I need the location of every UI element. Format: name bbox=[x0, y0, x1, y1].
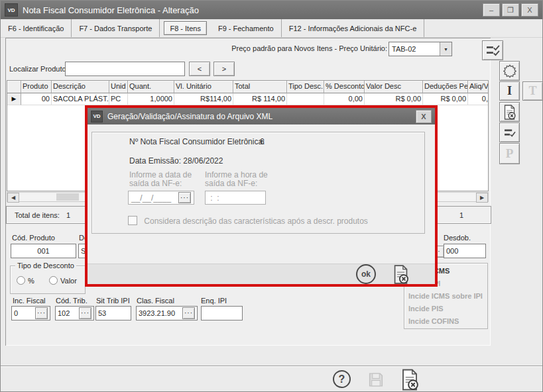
cod-produto-input[interactable]: 001 bbox=[11, 244, 76, 258]
col-produto[interactable]: Produto bbox=[21, 81, 52, 93]
saida-time-caption: Informe a hora de saída da NF-e: bbox=[205, 171, 273, 188]
application-window: VD Nota Fiscal Consumidor Eletrônica - A… bbox=[0, 0, 543, 392]
seal-button[interactable] bbox=[499, 61, 520, 81]
cancel-document-button[interactable] bbox=[499, 102, 520, 122]
chevron-down-icon[interactable]: ▼ bbox=[440, 42, 452, 56]
saida-date-mask: __/__/____ bbox=[131, 193, 178, 203]
t-button-disabled[interactable]: T bbox=[522, 81, 543, 101]
sit-trib-ipi-value: 53 bbox=[98, 309, 106, 317]
clas-fiscal-label: Clas. Fiscal bbox=[137, 297, 174, 305]
flag-incide-icms-sobre-ipi: Incide ICMS sobre IPI bbox=[404, 290, 487, 303]
col-tipo-desc[interactable]: Tipo Desc. bbox=[287, 81, 324, 93]
price-table-select[interactable]: TAB-02 ▼ bbox=[389, 42, 452, 56]
col-deducoes[interactable]: Deduções Pe bbox=[423, 81, 468, 93]
prev-item-button[interactable]: < bbox=[189, 62, 210, 76]
inc-fiscal-browse-button[interactable]: ··· bbox=[35, 307, 48, 319]
dialog-cancel-button[interactable] bbox=[392, 265, 410, 285]
row-selector-icon: ▶ bbox=[7, 93, 21, 105]
inc-fiscal-label: Inc. Fiscal bbox=[13, 297, 46, 305]
cancel-note-button[interactable] bbox=[400, 369, 420, 392]
table-row[interactable]: ▶ 00 SACOLA PLÁST. PC 1,0000 R$114,00 R$… bbox=[7, 93, 488, 105]
tab-f7-dados-transporte[interactable]: F7 - Dados Transporte bbox=[72, 19, 160, 37]
price-table-value: TAB-02 bbox=[389, 45, 440, 53]
lines-check-icon bbox=[503, 127, 516, 138]
saida-date-input[interactable]: __/__/____ ··· bbox=[128, 191, 194, 205]
p-button-disabled[interactable]: P bbox=[499, 143, 520, 164]
question-mark-icon: ? bbox=[339, 373, 345, 385]
flag-incide-cofins: Incide COFINS bbox=[404, 315, 487, 328]
italic-i-button[interactable]: I bbox=[499, 81, 520, 101]
col-selector bbox=[7, 81, 21, 93]
col-valor-desc[interactable]: Valor Desc bbox=[365, 81, 423, 93]
document-x-icon bbox=[503, 105, 516, 120]
validate-items-button[interactable] bbox=[482, 40, 503, 60]
enq-ipi-label: Enq. IPI bbox=[201, 297, 227, 305]
tipo-desconto-group: Tipo de Desconto % Valor bbox=[10, 266, 86, 294]
dialog-title: Geração/Validação/Assinatura do Arquivo … bbox=[107, 112, 414, 121]
tab-f6-identificacao[interactable]: F6 - Identificação bbox=[1, 19, 72, 37]
minimize-button[interactable]: – bbox=[483, 3, 500, 17]
radio-percent[interactable]: % bbox=[17, 276, 34, 285]
checklist-icon bbox=[485, 44, 500, 56]
cell-descricao: SACOLA PLÁST. bbox=[52, 93, 109, 105]
localizar-produto-label: Localizar Produto bbox=[9, 65, 66, 73]
tab-f9-fechamento[interactable]: F9 - Fechamento bbox=[211, 19, 282, 37]
scroll-right-icon[interactable]: ▶ bbox=[476, 193, 488, 203]
footer-bar: ? bbox=[1, 366, 542, 392]
scroll-left-icon[interactable]: ◀ bbox=[7, 193, 19, 203]
desdob-input[interactable]: 000 bbox=[444, 244, 486, 258]
confirm-list-button[interactable] bbox=[499, 122, 520, 142]
cell-aliq-val-ip: 0,00% bbox=[468, 93, 489, 105]
ok-button-label: ok bbox=[361, 270, 371, 279]
clas-fiscal-browse-button[interactable]: ··· bbox=[182, 307, 195, 319]
cod-produto-value: 001 bbox=[37, 247, 49, 255]
enq-ipi-input[interactable] bbox=[201, 306, 243, 320]
sit-trib-ipi-input[interactable]: 53 bbox=[95, 306, 131, 320]
col-descricao[interactable]: Descrição bbox=[52, 81, 109, 93]
clas-fiscal-input[interactable]: 3923.21.90 ··· bbox=[136, 306, 198, 320]
col-quant[interactable]: Quant. bbox=[128, 81, 174, 93]
close-button[interactable]: X bbox=[521, 3, 538, 17]
dialog-button-bar: ok bbox=[88, 264, 435, 284]
seal-icon bbox=[503, 64, 517, 78]
col-total[interactable]: Total bbox=[233, 81, 287, 93]
desdob-value: 000 bbox=[446, 247, 458, 255]
caracteristicas-checkbox[interactable]: Considera descrição das características … bbox=[128, 216, 368, 226]
right-total-box: 1 bbox=[432, 206, 491, 224]
saida-time-input[interactable]: : : bbox=[205, 191, 266, 205]
save-button-disabled[interactable] bbox=[367, 371, 385, 389]
maximize-button[interactable]: ❐ bbox=[502, 3, 519, 17]
col-aliq-val-ip[interactable]: Aliq/Val IP bbox=[468, 81, 489, 93]
dialog-content-frame: Nº Nota Fiscal Consumidor Eletrônica: 6 … bbox=[91, 132, 425, 234]
cell-perc-desconto: 0,00 bbox=[324, 93, 365, 105]
ok-button[interactable]: ok bbox=[356, 264, 376, 284]
dialog-app-icon: VD bbox=[91, 111, 103, 122]
emissao-date-label: Data Emissão: 28/06/2022 bbox=[129, 156, 223, 166]
cod-trib-browse-button[interactable]: ··· bbox=[79, 307, 91, 319]
localizar-produto-input[interactable] bbox=[65, 62, 185, 76]
help-button[interactable]: ? bbox=[333, 370, 351, 388]
tab-f8-itens[interactable]: F8 - Itens bbox=[164, 21, 206, 35]
radio-valor[interactable]: Valor bbox=[49, 276, 77, 285]
col-vl-unitario[interactable]: Vl. Unitário bbox=[174, 81, 233, 93]
table-header-row: Produto Descrição Unid Quant. Vl. Unitár… bbox=[7, 81, 488, 93]
date-picker-button[interactable]: ··· bbox=[178, 192, 191, 203]
checkbox-icon bbox=[128, 216, 137, 225]
right-total-value: 1 bbox=[459, 211, 463, 219]
cod-trib-input[interactable]: 102 ··· bbox=[55, 306, 94, 320]
document-x-icon bbox=[400, 369, 420, 391]
tab-f12-informacoes-adicionais[interactable]: F12 - Informações Adicionais da NFC-e bbox=[282, 19, 425, 37]
tab-bar: F6 - Identificação F7 - Dados Transporte… bbox=[1, 19, 542, 38]
total-itens-box: Total de itens: 1 bbox=[6, 206, 95, 224]
col-perc-desconto[interactable]: % Desconto bbox=[324, 81, 365, 93]
next-item-button[interactable]: > bbox=[213, 62, 235, 76]
radio-valor-icon bbox=[49, 276, 58, 285]
cell-vl-unitario: R$114,00 bbox=[174, 93, 233, 105]
dialog-close-button[interactable]: X bbox=[416, 110, 432, 123]
cell-unid: PC bbox=[109, 93, 128, 105]
inc-fiscal-input[interactable]: 0 ··· bbox=[11, 306, 50, 320]
saida-date-caption: Informe a data de saída da NF-e: bbox=[129, 171, 198, 188]
app-icon: VD bbox=[5, 3, 18, 17]
scrollbar-thumb[interactable] bbox=[56, 193, 79, 201]
col-unid[interactable]: Unid bbox=[109, 81, 128, 93]
